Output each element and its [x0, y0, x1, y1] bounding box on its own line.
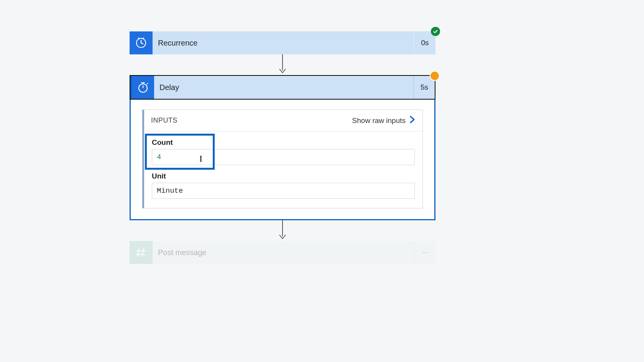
success-badge-icon	[431, 27, 440, 36]
inputs-header: INPUTS Show raw inputs	[144, 110, 422, 131]
show-raw-inputs-label: Show raw inputs	[352, 116, 406, 125]
step-title: Recurrence	[153, 31, 414, 54]
svg-line-5	[142, 38, 144, 39]
chevron-right-icon	[409, 115, 416, 126]
step-title: Delay	[154, 76, 413, 99]
unit-field-block: Unit	[152, 172, 415, 199]
count-input[interactable]	[152, 149, 415, 165]
inputs-header-title: INPUTS	[151, 116, 177, 124]
running-badge-icon	[430, 71, 440, 81]
inputs-panel: INPUTS Show raw inputs I	[142, 110, 423, 208]
delay-icon	[130, 76, 154, 99]
svg-line-11	[147, 83, 148, 84]
svg-line-13	[138, 248, 139, 257]
unit-label: Unit	[152, 172, 415, 180]
hash-icon	[130, 241, 153, 264]
step-post-message[interactable]: Post message --	[130, 241, 435, 264]
step-header[interactable]: Delay 5s	[130, 75, 435, 100]
svg-line-3	[141, 43, 143, 44]
connector-arrow-icon	[130, 220, 435, 241]
step-title: Post message	[153, 241, 414, 264]
step-duration: --	[414, 241, 435, 264]
svg-line-4	[138, 38, 140, 39]
step-header[interactable]: Recurrence 0s	[130, 31, 435, 54]
step-header[interactable]: Post message --	[130, 241, 435, 264]
svg-line-14	[142, 248, 143, 257]
step-body: INPUTS Show raw inputs I	[131, 100, 434, 219]
connector-arrow-icon	[130, 54, 435, 75]
count-label: Count	[152, 138, 415, 147]
step-recurrence[interactable]: Recurrence 0s	[130, 31, 435, 54]
inputs-form: I Count Unit	[144, 131, 422, 208]
unit-input[interactable]	[152, 183, 415, 199]
flow-canvas: Recurrence 0s Delay	[130, 31, 435, 264]
show-raw-inputs-link[interactable]: Show raw inputs	[352, 115, 416, 126]
recurrence-icon	[130, 31, 153, 54]
count-field-block: Count	[152, 138, 415, 165]
step-delay[interactable]: Delay 5s INPUTS Show raw inputs	[130, 75, 435, 220]
